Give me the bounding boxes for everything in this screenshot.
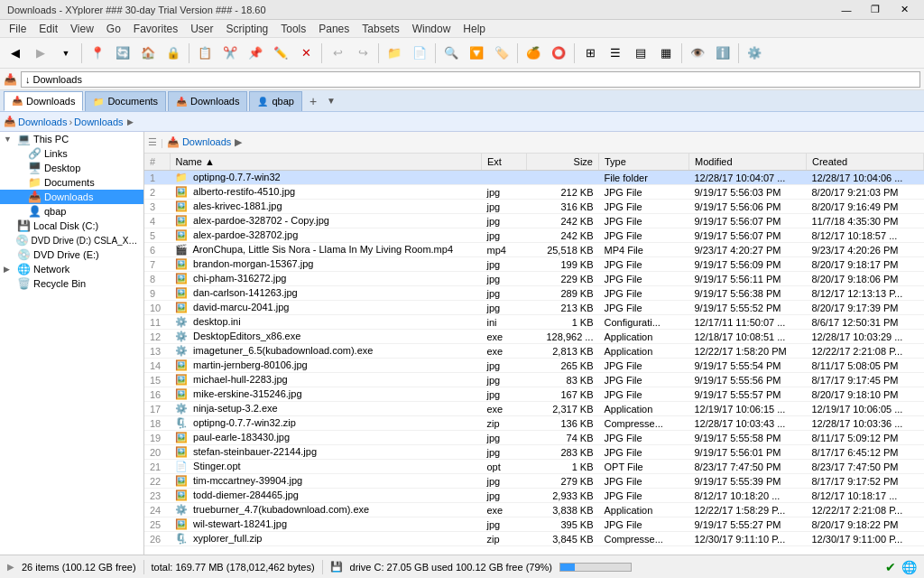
sidebar-item-dvd-d[interactable]: 💿 DVD Drive (D:) CSLA_X86FREQ.. (0, 233, 143, 247)
address-input[interactable]: ↓ Downloads (21, 71, 920, 88)
menu-panes[interactable]: Panes (313, 21, 355, 37)
table-row[interactable]: 18 🗜️ optipng-0.7.7-win32.zip zip 136 KB… (144, 416, 924, 431)
tab-downloads-2[interactable]: 📥 Downloads (168, 91, 247, 111)
new-folder-button[interactable]: 📁 (383, 42, 406, 65)
tab-nav-button[interactable]: ▼ (324, 94, 338, 108)
table-row[interactable]: 16 🖼️ mike-erskine-315246.jpg jpg 167 KB… (144, 387, 924, 402)
home-button[interactable]: 🏠 (136, 42, 160, 65)
close-button[interactable]: ✕ (892, 3, 917, 17)
table-row[interactable]: 13 ⚙️ imagetuner_6.5(kubadownload.com).e… (144, 344, 924, 359)
tab-documents[interactable]: 📁 Documents (85, 91, 166, 111)
undo-button[interactable]: ↩ (326, 42, 349, 65)
settings-button[interactable]: ⚙️ (743, 42, 766, 65)
sidebar-item-localdisk[interactable]: 💾 Local Disk (C:) (0, 219, 143, 233)
minimize-button[interactable]: — (834, 3, 859, 17)
menu-scripting[interactable]: Scripting (221, 21, 274, 37)
table-row[interactable]: 22 🖼️ tim-mccartney-39904.jpg jpg 279 KB… (144, 474, 924, 489)
sidebar-item-documents[interactable]: 📁 Documents (0, 175, 143, 190)
table-row[interactable]: 1 📁 optipng-0.7.7-win32 File folder 12/2… (144, 171, 924, 185)
view1-button[interactable]: ⊞ (578, 42, 602, 65)
menu-tools[interactable]: Tools (275, 21, 311, 37)
view2-button[interactable]: ☰ (604, 42, 627, 65)
breadcrumb-item-downloads-2[interactable]: Downloads (74, 117, 123, 127)
table-row[interactable]: 11 ⚙️ desktop.ini ini 1 KB Configurati..… (144, 315, 924, 330)
sidebar-item-qbap[interactable]: 👤 qbap (0, 204, 143, 219)
info-button[interactable]: ℹ️ (711, 42, 735, 65)
tag-button[interactable]: 🏷️ (490, 42, 513, 65)
copy-button[interactable]: 📋 (193, 42, 217, 65)
location-button[interactable]: 📍 (86, 42, 109, 65)
paste-button[interactable]: 📌 (244, 42, 267, 65)
menu-user[interactable]: User (185, 21, 218, 37)
delete-button[interactable]: ✕ (294, 42, 318, 65)
table-row[interactable]: 19 🖼️ paul-earle-183430.jpg jpg 74 KB JP… (144, 431, 924, 445)
menu-help[interactable]: Help (457, 21, 491, 37)
table-row[interactable]: 12 ⚙️ DesktopEditors_x86.exe exe 128,962… (144, 330, 924, 344)
table-row[interactable]: 20 🖼️ stefan-steinbauer-22144.jpg jpg 28… (144, 445, 924, 460)
table-row[interactable]: 25 🖼️ wil-stewart-18241.jpg jpg 395 KB J… (144, 517, 924, 532)
menu-file[interactable]: File (4, 21, 32, 37)
table-row[interactable]: 10 🖼️ david-marcu-2041.jpg jpg 213 KB JP… (144, 301, 924, 315)
sidebar-item-network[interactable]: ▶ 🌐 Network (0, 262, 143, 276)
table-row[interactable]: 9 🖼️ dan-carlson-141263.jpg jpg 289 KB J… (144, 286, 924, 301)
dropdown-button[interactable]: ▼ (54, 42, 78, 65)
col-header-name[interactable]: Name ▲ (170, 154, 482, 171)
sidebar-item-links[interactable]: 🔗 Links (0, 146, 143, 161)
table-row[interactable]: 8 🖼️ chi-pham-316272.jpg jpg 229 KB JPG … (144, 272, 924, 286)
menu-tabsets[interactable]: Tabsets (356, 21, 404, 37)
view4-button[interactable]: ▦ (654, 42, 678, 65)
table-row[interactable]: 23 🖼️ todd-diemer-284465.jpg jpg 2,933 K… (144, 489, 924, 503)
forward-button[interactable]: ▶ (29, 42, 52, 65)
sidebar-item-dvd-e[interactable]: 💿 DVD Drive (E:) (0, 247, 143, 262)
cell-modified: 9/19/17 5:56:07 PM (689, 228, 807, 243)
back-button[interactable]: ◀ (4, 42, 27, 65)
search-button[interactable]: 🔍 (439, 42, 463, 65)
table-row[interactable]: 26 🗜️ xyplorer_full.zip zip 3,845 KB Com… (144, 532, 924, 546)
table-row[interactable]: 24 ⚙️ trueburner_4.7(kubadownload.com).e… (144, 503, 924, 517)
preview-button[interactable]: 👁️ (686, 42, 709, 65)
menu-go[interactable]: Go (101, 21, 126, 37)
table-row[interactable]: 5 🖼️ alex-pardoe-328702.jpg jpg 242 KB J… (144, 228, 924, 243)
tab-qbap[interactable]: 👤 qbap (249, 91, 301, 111)
sidebar-item-desktop[interactable]: 🖥️ Desktop (0, 161, 143, 175)
table-row[interactable]: 7 🖼️ brandon-morgan-15367.jpg jpg 199 KB… (144, 257, 924, 272)
sidebar-item-downloads[interactable]: 📥 Downloads (0, 190, 143, 204)
col-header-num[interactable]: # (144, 154, 170, 171)
col-header-created[interactable]: Created (807, 154, 924, 171)
maximize-button[interactable]: ❐ (863, 3, 888, 17)
col-header-type[interactable]: Type (599, 154, 689, 171)
table-row[interactable]: 15 🖼️ michael-hull-2283.jpg jpg 83 KB JP… (144, 373, 924, 387)
rename-button[interactable]: ✏️ (269, 42, 292, 65)
table-row[interactable]: 14 🖼️ martin-jernberg-80106.jpg jpg 265 … (144, 359, 924, 373)
menu-edit[interactable]: Edit (33, 21, 63, 37)
copy-path-button[interactable]: 📄 (408, 42, 431, 65)
table-row[interactable]: 17 ⚙️ ninja-setup-3.2.exe exe 2,317 KB A… (144, 402, 924, 416)
breadcrumb-item-downloads[interactable]: Downloads (18, 117, 67, 127)
table-row[interactable]: 2 🖼️ alberto-restifo-4510.jpg jpg 212 KB… (144, 185, 924, 200)
table-row[interactable]: 6 🎬 AronChupa, Little Sis Nora - Llama I… (144, 243, 924, 257)
table-row[interactable]: 4 🖼️ alex-pardoe-328702 - Copy.jpg jpg 2… (144, 214, 924, 228)
refresh-button[interactable]: 🔄 (111, 42, 134, 65)
file-list[interactable]: # Name ▲ Ext Size Type Modified Created … (144, 154, 924, 555)
sidebar-item-recycle[interactable]: 🗑️ Recycle Bin (0, 276, 143, 291)
table-row[interactable]: 3 🖼️ ales-krivec-1881.jpg jpg 316 KB JPG… (144, 200, 924, 214)
star-button[interactable]: ⭕ (547, 42, 570, 65)
filter-button[interactable]: 🔽 (465, 42, 488, 65)
col-header-size[interactable]: Size (527, 154, 599, 171)
menu-favorites[interactable]: Favorites (128, 21, 183, 37)
tab-downloads-1[interactable]: 📥 Downloads (4, 91, 83, 111)
table-row[interactable]: 21 📄 Stinger.opt opt 1 KB OPT File 8/23/… (144, 460, 924, 474)
tab-add-button[interactable]: + (304, 92, 322, 110)
redo-button[interactable]: ↪ (351, 42, 374, 65)
col-header-ext[interactable]: Ext (482, 154, 527, 171)
view3-button[interactable]: ▤ (629, 42, 652, 65)
col-header-modified[interactable]: Modified (689, 154, 807, 171)
cut-button[interactable]: ✂️ (218, 42, 242, 65)
lock-button[interactable]: 🔒 (162, 42, 185, 65)
breadcrumb-expand-icon[interactable]: ▶ (127, 117, 134, 126)
sidebar-item-thispc[interactable]: ▼ 💻 This PC (0, 132, 143, 146)
menu-window[interactable]: Window (407, 21, 457, 37)
favorites-button[interactable]: 🍊 (522, 42, 545, 65)
menu-view[interactable]: View (65, 21, 99, 37)
file-name-text: ninja-setup-3.2.exe (193, 403, 278, 414)
